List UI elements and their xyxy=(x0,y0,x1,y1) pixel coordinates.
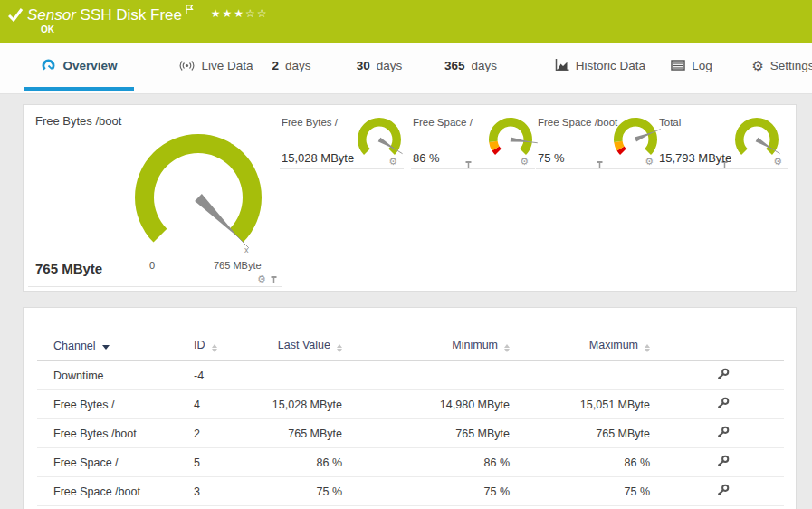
gauge-pin-icon[interactable] xyxy=(270,275,278,284)
main-gauge-scale-max: 765 MByte xyxy=(214,260,262,271)
mini-gauge-actions: ⚙ xyxy=(773,157,782,167)
gauges-panel: Free Bytes /boot 0 765 MByte x 765 MByte… xyxy=(23,104,797,292)
mini-gauge-free-bytes-root: Free Bytes / 15,028 MByte ⚙ xyxy=(280,112,404,169)
channel-id: 4 xyxy=(194,390,263,419)
sort-desc-icon xyxy=(102,345,110,350)
gauge-gear-icon[interactable]: ⚙ xyxy=(520,157,529,167)
mini-gauge-title: Free Space / xyxy=(413,117,473,128)
priority-flag-icon[interactable] xyxy=(186,5,194,14)
minimum-value: 14,980 MByte xyxy=(342,390,510,419)
sensor-header-bar: Sensor SSH Disk Free ★★★☆☆ OK xyxy=(0,0,812,43)
tab-log[interactable]: Log xyxy=(664,43,720,91)
table-row-free-bytes-root: Free Bytes / 4 15,028 MByte 14,980 MByte… xyxy=(37,390,784,419)
mini-gauge-actions: ⚙ xyxy=(645,157,654,167)
table-row-total: Total -1 15,793 MByte < 0.01 MByte 15,81… xyxy=(37,506,784,509)
tab-365-days[interactable]: 365days xyxy=(436,43,505,91)
maximum-value: 765 MByte xyxy=(510,419,650,448)
gauge-gear-icon[interactable]: ⚙ xyxy=(645,157,654,167)
channel-name[interactable]: Free Bytes / xyxy=(37,390,194,419)
edit-channel-icon[interactable] xyxy=(717,368,730,383)
mini-gauge-title: Total xyxy=(659,117,681,128)
main-gauge-max-marker: x xyxy=(244,245,249,254)
page-title: Sensor SSH Disk Free ★★★☆☆ xyxy=(27,5,269,24)
broadcast-icon xyxy=(179,60,195,72)
gauge-gear-icon[interactable]: ⚙ xyxy=(388,157,397,167)
sort-icon xyxy=(645,344,650,352)
main-gauge-title: Free Bytes /boot xyxy=(35,114,121,128)
main-gauge-value: 765 MByte xyxy=(35,261,102,276)
area-chart-icon xyxy=(555,59,569,72)
channel-name[interactable]: Free Space / xyxy=(37,448,194,477)
maximum-value: 15,816 MByte xyxy=(510,506,650,509)
main-gauge-scale-min: 0 xyxy=(149,260,155,271)
sensor-name: SSH Disk Free xyxy=(81,6,182,24)
edit-channel-icon[interactable] xyxy=(717,397,730,412)
last-value: 15,028 MByte xyxy=(263,390,342,419)
channel-name[interactable]: Total xyxy=(37,506,194,509)
tab-2-days[interactable]: 2days xyxy=(265,43,318,91)
table-row-downtime: Downtime -4 xyxy=(37,361,784,390)
priority-stars[interactable]: ★★★☆☆ xyxy=(211,7,269,20)
tab-overview[interactable]: Overview xyxy=(24,43,134,91)
gauge-icon xyxy=(41,59,56,72)
table-row-free-bytes-boot: Free Bytes /boot 2 765 MByte 765 MByte 7… xyxy=(37,419,784,448)
channels-table-panel: Channel ID Last Value Minimum Maximum Do… xyxy=(23,307,797,509)
last-value xyxy=(263,361,342,390)
channel-id: -1 xyxy=(194,506,263,509)
mini-gauge-value: 15,793 MByte xyxy=(659,151,731,165)
mini-gauge-title: Free Space /boot xyxy=(538,117,617,128)
sort-icon xyxy=(504,344,510,352)
channel-name[interactable]: Free Bytes /boot xyxy=(37,419,194,448)
table-row-free-space-boot: Free Space /boot 3 75 % 75 % 75 % xyxy=(37,477,784,506)
column-header-minimum[interactable]: Minimum xyxy=(342,333,510,361)
table-row-free-space-root: Free Space / 5 86 % 86 % 86 % xyxy=(37,448,784,477)
channel-id: 2 xyxy=(194,419,263,448)
column-header-id[interactable]: ID xyxy=(194,333,263,361)
tab-bar: Overview Live Data 2days 30days 365days … xyxy=(0,43,812,94)
channel-id: 3 xyxy=(194,477,263,506)
status-badge: OK xyxy=(41,24,54,34)
mini-gauge-value: 75 % xyxy=(538,151,565,165)
table-header-row: Channel ID Last Value Minimum Maximum xyxy=(37,333,784,361)
column-header-actions xyxy=(650,333,784,361)
mini-gauge-free-space-root: Free Space / 86 % ⚙ xyxy=(411,112,535,169)
channel-id: 5 xyxy=(194,448,263,477)
maximum-value: 75 % xyxy=(510,477,650,506)
last-value: 75 % xyxy=(263,477,342,506)
column-header-channel[interactable]: Channel xyxy=(37,333,194,361)
column-header-last-value[interactable]: Last Value xyxy=(263,333,342,361)
last-value: 15,793 MByte xyxy=(263,506,342,509)
column-header-maximum[interactable]: Maximum xyxy=(510,333,650,361)
sort-icon xyxy=(337,344,342,352)
sort-icon xyxy=(212,344,217,352)
channel-name[interactable]: Downtime xyxy=(37,361,194,390)
edit-channel-icon[interactable] xyxy=(717,484,730,499)
tab-live-data[interactable]: Live Data xyxy=(177,43,256,91)
maximum-value xyxy=(510,361,650,390)
mini-gauge-value: 15,028 MByte xyxy=(282,151,354,165)
edit-channel-icon[interactable] xyxy=(717,455,730,470)
status-ok-check-icon xyxy=(8,7,24,22)
minimum-value: 765 MByte xyxy=(342,419,510,448)
channels-table: Channel ID Last Value Minimum Maximum Do… xyxy=(37,333,784,509)
title-prefix: Sensor xyxy=(27,6,76,24)
gauge-gear-icon[interactable]: ⚙ xyxy=(257,274,266,284)
edit-channel-icon[interactable] xyxy=(717,426,730,441)
gear-icon: ⚙ xyxy=(751,59,763,72)
tab-30-days[interactable]: 30days xyxy=(349,43,409,91)
divider xyxy=(28,286,282,287)
minimum-value: 75 % xyxy=(342,477,510,506)
maximum-value: 15,051 MByte xyxy=(510,390,650,419)
tab-historic-data[interactable]: Historic Data xyxy=(547,43,654,91)
mini-gauge-free-space-boot: Free Space /boot 75 % ⚙ xyxy=(536,112,660,169)
tab-settings[interactable]: ⚙ Settings xyxy=(749,43,812,91)
last-value: 765 MByte xyxy=(263,419,342,448)
mini-gauge-title: Free Bytes / xyxy=(282,117,338,128)
mini-gauge-actions: ⚙ xyxy=(520,157,529,167)
main-gauge xyxy=(114,128,286,273)
mini-gauge-value: 86 % xyxy=(413,151,440,165)
log-list-icon xyxy=(671,60,685,71)
minimum-value xyxy=(342,361,510,390)
channel-name[interactable]: Free Space /boot xyxy=(37,477,194,506)
gauge-gear-icon[interactable]: ⚙ xyxy=(773,157,782,167)
